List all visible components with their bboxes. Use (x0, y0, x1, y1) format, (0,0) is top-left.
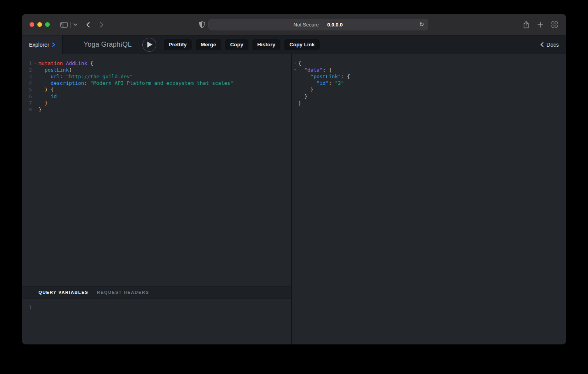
prettify-button[interactable]: Prettify (164, 39, 192, 50)
titlebar-separator (70, 22, 71, 28)
line-number: 1 (22, 304, 32, 311)
fold-arrow-icon[interactable]: ▾ (292, 60, 298, 67)
url-address: 0.0.0.0 (327, 22, 343, 28)
docs-toggle[interactable]: Docs (540, 42, 559, 48)
copy-link-button[interactable]: Copy Link (284, 39, 320, 50)
browser-window: Not Secure — 0.0.0.0 ↻ (22, 14, 566, 344)
fold-gutter (292, 86, 298, 93)
browser-titlebar: Not Secure — 0.0.0.0 ↻ (22, 14, 566, 35)
copy-button[interactable]: Copy (225, 39, 248, 50)
sidebar-chevron-down-icon[interactable] (74, 23, 77, 26)
code-line: "postLink": { (292, 73, 566, 80)
explorer-chevron-right-icon (52, 42, 55, 47)
query-editor-lines: 1▾mutation AddLink {2 postLink(3 url: "h… (22, 60, 291, 113)
line-number: 2 (22, 67, 32, 73)
line-number: 3 (22, 73, 32, 80)
code-line: 1▾mutation AddLink { (22, 60, 291, 67)
code-line: ▾ "data": { (292, 67, 566, 73)
tab-overview-icon[interactable] (551, 21, 558, 28)
code-text: } (298, 100, 301, 106)
fold-gutter (32, 100, 38, 106)
forward-button[interactable] (100, 22, 103, 28)
line-number: 4 (22, 80, 32, 86)
explorer-toggle[interactable]: Explorer (22, 35, 63, 54)
share-icon[interactable] (523, 21, 529, 28)
app-logo: Yoga GraphiQL (84, 40, 132, 49)
code-line: 6 id (22, 93, 291, 100)
code-text: ) { (38, 86, 54, 93)
line-number: 6 (22, 93, 32, 100)
line-number: 7 (22, 100, 32, 106)
titlebar-right-icons (523, 21, 558, 28)
play-icon (147, 42, 152, 47)
code-line: } (292, 93, 566, 100)
query-editor[interactable]: 1▾mutation AddLink {2 postLink(3 url: "h… (22, 54, 291, 286)
fold-gutter (292, 73, 298, 80)
execute-query-button[interactable] (142, 38, 156, 52)
fold-gutter (292, 100, 298, 106)
merge-button[interactable]: Merge (196, 39, 221, 50)
code-line: ▾{ (292, 60, 566, 67)
docs-label: Docs (546, 42, 559, 48)
fold-arrow-icon[interactable]: ▾ (32, 60, 38, 67)
code-text: url: "http://the-guild.dev" (38, 73, 133, 80)
code-text: "data": { (298, 67, 332, 73)
line-number: 1 (22, 60, 32, 67)
fold-gutter (292, 93, 298, 100)
code-text: mutation AddLink { (38, 60, 93, 67)
code-line: 7 } (22, 100, 291, 106)
graphiql-toolbar: Explorer Yoga GraphiQL Prettify Merge Co… (22, 35, 566, 54)
fold-gutter (32, 73, 38, 80)
zoom-window-button[interactable] (45, 22, 50, 27)
code-line: 8} (22, 106, 291, 113)
code-text: id (38, 93, 57, 100)
code-text: } (38, 100, 47, 106)
code-text: "postLink": { (298, 73, 350, 80)
response-pane: ▾{▾ "data": { "postLink": { "id": "2" } … (292, 54, 566, 344)
fold-arrow-icon[interactable]: ▾ (292, 67, 298, 73)
code-line: } (292, 86, 566, 93)
code-line: 1 (22, 304, 291, 311)
url-security-status: Not Secure — (294, 22, 326, 28)
line-number: 8 (22, 106, 32, 113)
code-line: } (292, 100, 566, 106)
code-line: 4 description: "Modern API Platform and … (22, 80, 291, 86)
fold-gutter (292, 80, 298, 86)
fold-gutter (32, 86, 38, 93)
code-text: } (298, 86, 313, 93)
privacy-shield-icon[interactable] (199, 21, 205, 28)
variables-editor[interactable]: 1 (22, 298, 291, 344)
code-text: { (298, 60, 301, 67)
main-area: 1▾mutation AddLink {2 postLink(3 url: "h… (22, 54, 566, 344)
tab-query-variables[interactable]: QUERY VARIABLES (38, 290, 88, 295)
code-line: 2 postLink( (22, 67, 291, 73)
new-tab-icon[interactable] (537, 22, 543, 28)
minimize-window-button[interactable] (37, 22, 42, 27)
address-bar[interactable]: Not Secure — 0.0.0.0 ↻ (208, 19, 428, 30)
code-text: } (38, 106, 42, 113)
url-group: Not Secure — 0.0.0.0 ↻ (199, 19, 428, 30)
fold-gutter (32, 93, 38, 100)
code-text: "id": "2" (298, 80, 344, 86)
response-lines: ▾{▾ "data": { "postLink": { "id": "2" } … (292, 60, 566, 106)
fold-gutter (32, 67, 38, 73)
code-line: "id": "2" (292, 80, 566, 86)
explorer-label: Explorer (29, 42, 49, 48)
tab-request-headers[interactable]: REQUEST HEADERS (97, 290, 149, 295)
close-window-button[interactable] (30, 22, 34, 27)
bottom-tabbar: QUERY VARIABLES REQUEST HEADERS (22, 286, 291, 298)
back-button[interactable] (86, 22, 90, 28)
fold-gutter (32, 80, 38, 86)
docs-chevron-left-icon (540, 42, 544, 47)
code-line: 5 ) { (22, 86, 291, 93)
code-text: postLink( (38, 67, 72, 73)
reload-icon[interactable]: ↻ (419, 22, 424, 28)
history-button[interactable]: History (252, 39, 281, 50)
code-text: description: "Modern API Platform and ec… (38, 80, 233, 86)
code-text: } (298, 93, 307, 100)
fold-gutter (32, 106, 38, 113)
line-number: 5 (22, 86, 32, 93)
sidebar-toggle-icon[interactable] (60, 22, 68, 28)
code-line: 3 url: "http://the-guild.dev" (22, 73, 291, 80)
traffic-lights (30, 22, 50, 27)
